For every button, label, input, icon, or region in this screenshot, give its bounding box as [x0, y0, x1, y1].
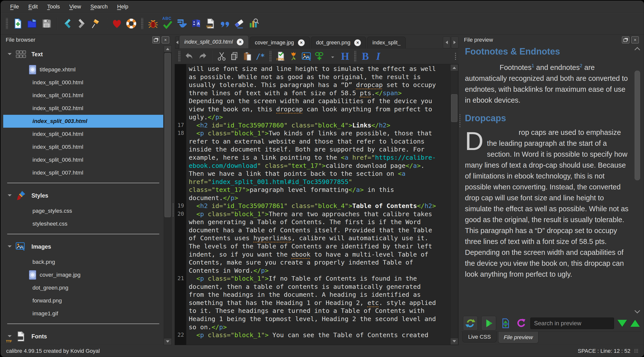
tab-cover_image-jpg[interactable]: cover_image.jpg× — [250, 37, 310, 48]
heading-style-button[interactable]: H — [338, 50, 352, 63]
find-previous-button[interactable] — [630, 320, 640, 327]
collapse-arrow-icon[interactable] — [8, 53, 12, 57]
toolbar-grip[interactable] — [354, 51, 356, 62]
embed-fonts-ttf-button[interactable]: TTF — [203, 16, 218, 31]
editor-scrollbar[interactable] — [450, 64, 458, 345]
file-item[interactable]: index_split_003.html — [3, 115, 163, 128]
check-book-bug-button[interactable] — [146, 16, 160, 31]
arrange-files-book-button[interactable]: A — [189, 16, 203, 31]
insert-comment-button[interactable]: /* — [254, 50, 267, 63]
collapse-arrow-icon[interactable] — [8, 335, 12, 339]
reload-preview-button[interactable] — [515, 317, 527, 329]
insert-special-char-tulip-button[interactable] — [287, 50, 300, 63]
bottom-tab-file-preview[interactable]: File preview — [498, 332, 538, 343]
code-area[interactable]: will use font size and line height to si… — [175, 65, 451, 345]
file-item[interactable]: page_styles.css — [3, 205, 163, 217]
toolbar-grip[interactable] — [178, 51, 180, 62]
italic-button[interactable]: I — [372, 50, 385, 63]
tab-index_split_003-html[interactable]: index_split_003.html× — [179, 35, 249, 48]
go-back-button[interactable] — [60, 16, 74, 31]
footnote-marker-1[interactable]: 1 — [532, 63, 534, 68]
resize-grip[interactable] — [634, 349, 638, 353]
file-item[interactable]: stylesheet.css — [3, 217, 163, 230]
fix-html-hand-button[interactable] — [174, 16, 189, 31]
file-item[interactable]: dot_green.png — [3, 281, 163, 294]
run-preview-button[interactable] — [481, 316, 496, 330]
section-fonts[interactable]: TTFFonts — [3, 327, 163, 345]
save-button[interactable] — [40, 16, 54, 31]
donate-heart-button[interactable] — [110, 16, 124, 31]
file-item[interactable]: back.png — [3, 256, 163, 268]
menu-help[interactable]: Help — [113, 3, 132, 11]
find-next-button[interactable] — [618, 320, 627, 327]
beautify-html-button[interactable]: HTML — [274, 50, 287, 63]
insert-image-button[interactable] — [300, 50, 313, 63]
tab-dot_green-png[interactable]: dot_green.png× — [311, 37, 366, 48]
cut-button[interactable] — [215, 50, 228, 63]
insert-hyperlink-button[interactable] — [313, 50, 326, 63]
menu-view[interactable]: View — [66, 3, 85, 11]
reports-chart-button[interactable] — [246, 16, 261, 31]
scroll-up-chevron[interactable] — [634, 47, 640, 53]
toolbar-overflow-button[interactable] — [455, 53, 456, 60]
toolbar-grip[interactable] — [6, 18, 8, 29]
tab-scroll-right-button[interactable] — [451, 37, 458, 48]
scrollbar-thumb[interactable] — [634, 71, 640, 180]
scroll-up-button[interactable] — [450, 65, 458, 71]
pin-button[interactable] — [89, 16, 103, 31]
close-panel-button[interactable]: × — [631, 37, 639, 43]
close-panel-button[interactable]: × — [162, 37, 169, 43]
remove-unused-css-eraser-button[interactable] — [232, 16, 246, 31]
search-in-preview-input[interactable] — [530, 317, 614, 329]
scroll-up-button[interactable] — [164, 46, 172, 52]
menu-edit[interactable]: Edit — [24, 3, 42, 11]
toolbar-grip[interactable] — [269, 51, 272, 62]
paste-button[interactable] — [241, 50, 254, 63]
scrollbar-thumb[interactable] — [451, 94, 458, 122]
file-item[interactable]: titlepage.xhtml — [3, 63, 163, 76]
file-item[interactable]: cover_image.jpg — [3, 268, 163, 281]
file-item[interactable]: index_split_004.html — [3, 128, 163, 141]
bottom-tab-live-css[interactable]: Live CSS — [462, 332, 496, 342]
tab-index_split_[interactable]: index_split_ — [367, 37, 406, 48]
section-text[interactable]: Text — [3, 45, 163, 63]
menu-search[interactable]: Search — [86, 3, 112, 11]
scroll-down-button[interactable] — [450, 338, 458, 344]
refresh-preview-button[interactable] — [463, 316, 478, 330]
file-item[interactable]: forward.png — [3, 294, 163, 307]
preview-scrollbar[interactable] — [634, 46, 641, 315]
tab-close-icon[interactable]: × — [237, 39, 244, 45]
smarten-punctuation-quotes-button[interactable] — [218, 16, 232, 31]
menu-tools[interactable]: Tools — [43, 3, 64, 11]
code-editor[interactable]: will use font size and line height to si… — [174, 64, 458, 345]
section-images[interactable]: Images — [3, 238, 163, 256]
file-item[interactable]: index_split_001.html — [3, 89, 163, 102]
undo-button[interactable] — [183, 50, 196, 63]
footnote-marker-2[interactable]: 2 — [580, 63, 582, 68]
tab-close-icon[interactable]: × — [298, 40, 305, 46]
float-panel-button[interactable] — [622, 37, 630, 43]
file-item[interactable]: index_split_005.html — [3, 141, 163, 153]
toolbar-grip[interactable] — [141, 18, 144, 29]
file-item[interactable]: index_split_006.html — [3, 153, 163, 166]
insert-tag-button[interactable] — [326, 50, 338, 63]
redo-button[interactable] — [196, 50, 209, 63]
float-panel-button[interactable] — [152, 37, 160, 43]
file-item[interactable]: image1.gif — [3, 307, 163, 320]
file-item[interactable]: index_split_000.html — [3, 76, 163, 89]
scroll-down-chevron[interactable] — [634, 308, 640, 314]
tab-scroll-left-edge[interactable] — [175, 37, 179, 48]
scroll-down-button[interactable] — [164, 338, 172, 345]
file-browser-scrollbar[interactable] — [164, 45, 172, 345]
new-file-button[interactable] — [11, 16, 25, 31]
collapse-arrow-icon[interactable] — [8, 194, 12, 198]
go-forward-button[interactable] — [74, 16, 89, 31]
help-lifebuoy-button[interactable] — [124, 16, 138, 31]
bold-button[interactable]: B — [359, 50, 372, 63]
sync-file-button[interactable] — [500, 317, 512, 329]
collapse-arrow-icon[interactable] — [8, 245, 12, 249]
tab-close-icon[interactable]: × — [354, 40, 361, 46]
section-styles[interactable]: Styles — [3, 187, 163, 205]
open-ebook-button[interactable] — [25, 16, 40, 31]
scrollbar-thumb[interactable] — [164, 53, 171, 217]
